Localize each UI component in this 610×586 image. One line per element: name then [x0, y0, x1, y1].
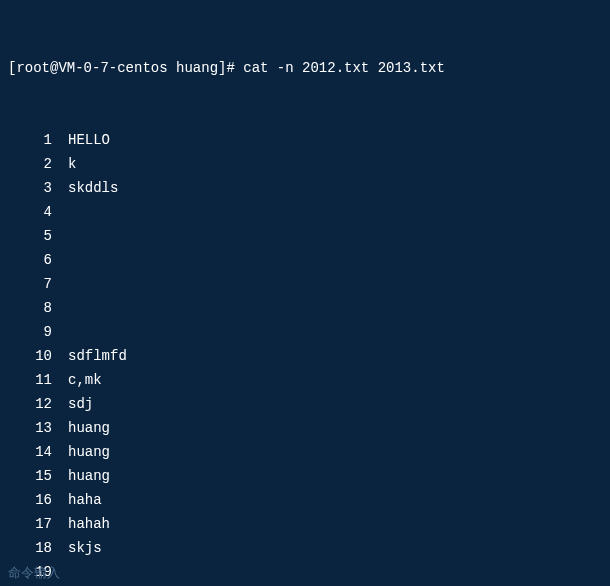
output-container: 1HELLO2k3skddls45678910sdflmfd11c,mk12sd… [8, 128, 610, 586]
line-content [60, 560, 68, 584]
output-line: 15huang [8, 464, 610, 488]
output-line: 13huang [8, 416, 610, 440]
input-hint-label: 命令输入 [8, 564, 60, 582]
output-line: 14huang [8, 440, 610, 464]
line-content: sdj [60, 392, 93, 416]
line-content: huang [60, 416, 110, 440]
output-line: 5 [8, 224, 610, 248]
output-line: 10sdflmfd [8, 344, 610, 368]
prompt-text: [root@VM-0-7-centos huang]# cat -n 2012.… [8, 56, 445, 80]
line-number: 5 [8, 224, 60, 248]
line-content: skjs [60, 536, 102, 560]
line-content [60, 200, 68, 224]
line-content [60, 320, 68, 344]
command-prompt-line: [root@VM-0-7-centos huang]# cat -n 2012.… [8, 56, 610, 80]
terminal-output[interactable]: [root@VM-0-7-centos huang]# cat -n 2012.… [8, 8, 610, 586]
line-content [60, 296, 68, 320]
line-number: 15 [8, 464, 60, 488]
line-number: 14 [8, 440, 60, 464]
line-content: hahah [60, 512, 110, 536]
line-content: haha [60, 488, 102, 512]
line-content [60, 224, 68, 248]
output-line: 7 [8, 272, 610, 296]
output-line: 3skddls [8, 176, 610, 200]
output-line: 6 [8, 248, 610, 272]
line-number: 13 [8, 416, 60, 440]
output-line: 11c,mk [8, 368, 610, 392]
line-number: 16 [8, 488, 60, 512]
line-number: 9 [8, 320, 60, 344]
line-content: HELLO [60, 128, 110, 152]
line-number: 1 [8, 128, 60, 152]
output-line: 4 [8, 200, 610, 224]
output-line: 16haha [8, 488, 610, 512]
output-line: 1HELLO [8, 128, 610, 152]
line-number: 4 [8, 200, 60, 224]
output-line: 12sdj [8, 392, 610, 416]
line-content: huang [60, 440, 110, 464]
line-content: skddls [60, 176, 118, 200]
line-number: 8 [8, 296, 60, 320]
output-line: 9 [8, 320, 610, 344]
output-line: 2k [8, 152, 610, 176]
line-content: sdflmfd [60, 344, 127, 368]
line-number: 6 [8, 248, 60, 272]
line-content [60, 248, 68, 272]
line-number: 11 [8, 368, 60, 392]
line-number: 18 [8, 536, 60, 560]
line-number: 10 [8, 344, 60, 368]
output-line: 17hahah [8, 512, 610, 536]
line-number: 7 [8, 272, 60, 296]
line-number: 17 [8, 512, 60, 536]
line-number: 12 [8, 392, 60, 416]
line-content [60, 272, 68, 296]
output-line: 19 [8, 560, 610, 584]
output-line: 8 [8, 296, 610, 320]
output-line: 18skjs [8, 536, 610, 560]
line-content: k [60, 152, 76, 176]
line-number: 3 [8, 176, 60, 200]
line-content: c,mk [60, 368, 102, 392]
line-content: huang [60, 464, 110, 488]
line-number: 2 [8, 152, 60, 176]
